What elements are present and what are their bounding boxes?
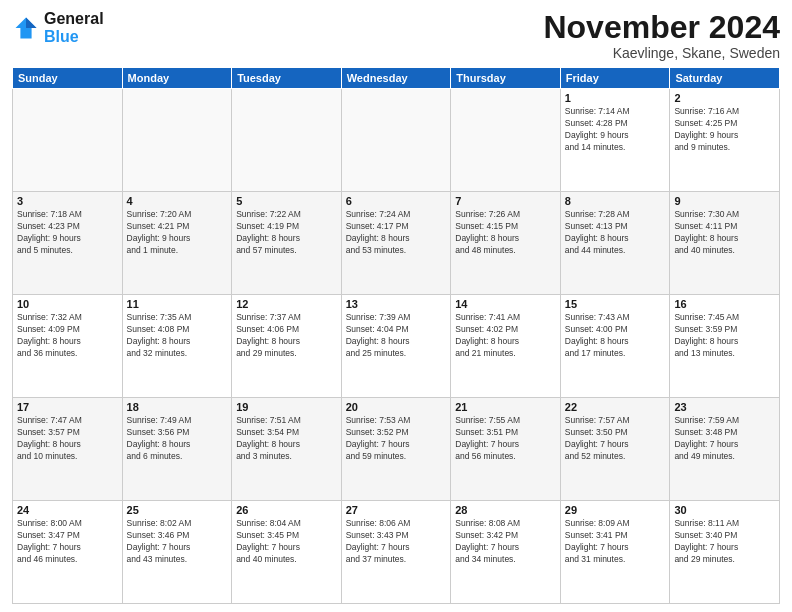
day-detail: Sunrise: 7:35 AM Sunset: 4:08 PM Dayligh… [127, 312, 228, 360]
calendar-cell: 4Sunrise: 7:20 AM Sunset: 4:21 PM Daylig… [122, 192, 232, 295]
calendar-cell: 20Sunrise: 7:53 AM Sunset: 3:52 PM Dayli… [341, 398, 451, 501]
calendar-week-4: 17Sunrise: 7:47 AM Sunset: 3:57 PM Dayli… [13, 398, 780, 501]
day-detail: Sunrise: 7:32 AM Sunset: 4:09 PM Dayligh… [17, 312, 118, 360]
calendar-cell: 29Sunrise: 8:09 AM Sunset: 3:41 PM Dayli… [560, 501, 670, 604]
day-number: 2 [674, 92, 775, 104]
day-detail: Sunrise: 7:24 AM Sunset: 4:17 PM Dayligh… [346, 209, 447, 257]
calendar-cell [122, 89, 232, 192]
location: Kaevlinge, Skane, Sweden [543, 45, 780, 61]
day-number: 12 [236, 298, 337, 310]
calendar-cell: 3Sunrise: 7:18 AM Sunset: 4:23 PM Daylig… [13, 192, 123, 295]
day-number: 6 [346, 195, 447, 207]
col-friday: Friday [560, 68, 670, 89]
day-number: 1 [565, 92, 666, 104]
calendar-cell: 5Sunrise: 7:22 AM Sunset: 4:19 PM Daylig… [232, 192, 342, 295]
day-detail: Sunrise: 7:16 AM Sunset: 4:25 PM Dayligh… [674, 106, 775, 154]
day-detail: Sunrise: 8:08 AM Sunset: 3:42 PM Dayligh… [455, 518, 556, 566]
day-number: 10 [17, 298, 118, 310]
day-detail: Sunrise: 8:02 AM Sunset: 3:46 PM Dayligh… [127, 518, 228, 566]
calendar-cell: 23Sunrise: 7:59 AM Sunset: 3:48 PM Dayli… [670, 398, 780, 501]
day-number: 4 [127, 195, 228, 207]
day-detail: Sunrise: 7:43 AM Sunset: 4:00 PM Dayligh… [565, 312, 666, 360]
day-detail: Sunrise: 7:57 AM Sunset: 3:50 PM Dayligh… [565, 415, 666, 463]
calendar-week-1: 1Sunrise: 7:14 AM Sunset: 4:28 PM Daylig… [13, 89, 780, 192]
col-thursday: Thursday [451, 68, 561, 89]
calendar-cell: 21Sunrise: 7:55 AM Sunset: 3:51 PM Dayli… [451, 398, 561, 501]
day-number: 22 [565, 401, 666, 413]
day-number: 28 [455, 504, 556, 516]
day-number: 20 [346, 401, 447, 413]
day-number: 19 [236, 401, 337, 413]
day-detail: Sunrise: 7:20 AM Sunset: 4:21 PM Dayligh… [127, 209, 228, 257]
day-number: 9 [674, 195, 775, 207]
calendar-cell: 22Sunrise: 7:57 AM Sunset: 3:50 PM Dayli… [560, 398, 670, 501]
col-sunday: Sunday [13, 68, 123, 89]
day-detail: Sunrise: 7:37 AM Sunset: 4:06 PM Dayligh… [236, 312, 337, 360]
calendar-cell: 14Sunrise: 7:41 AM Sunset: 4:02 PM Dayli… [451, 295, 561, 398]
day-detail: Sunrise: 7:45 AM Sunset: 3:59 PM Dayligh… [674, 312, 775, 360]
calendar-cell: 8Sunrise: 7:28 AM Sunset: 4:13 PM Daylig… [560, 192, 670, 295]
day-number: 24 [17, 504, 118, 516]
day-detail: Sunrise: 8:09 AM Sunset: 3:41 PM Dayligh… [565, 518, 666, 566]
day-detail: Sunrise: 7:14 AM Sunset: 4:28 PM Dayligh… [565, 106, 666, 154]
day-number: 30 [674, 504, 775, 516]
col-wednesday: Wednesday [341, 68, 451, 89]
day-number: 13 [346, 298, 447, 310]
calendar-cell: 9Sunrise: 7:30 AM Sunset: 4:11 PM Daylig… [670, 192, 780, 295]
calendar-cell: 1Sunrise: 7:14 AM Sunset: 4:28 PM Daylig… [560, 89, 670, 192]
calendar-cell [341, 89, 451, 192]
day-detail: Sunrise: 7:22 AM Sunset: 4:19 PM Dayligh… [236, 209, 337, 257]
svg-marker-1 [26, 18, 37, 29]
day-detail: Sunrise: 7:51 AM Sunset: 3:54 PM Dayligh… [236, 415, 337, 463]
day-detail: Sunrise: 7:59 AM Sunset: 3:48 PM Dayligh… [674, 415, 775, 463]
logo-icon [12, 14, 40, 42]
day-detail: Sunrise: 7:30 AM Sunset: 4:11 PM Dayligh… [674, 209, 775, 257]
day-detail: Sunrise: 7:53 AM Sunset: 3:52 PM Dayligh… [346, 415, 447, 463]
page: General Blue November 2024 Kaevlinge, Sk… [0, 0, 792, 612]
day-number: 16 [674, 298, 775, 310]
day-number: 8 [565, 195, 666, 207]
day-detail: Sunrise: 7:47 AM Sunset: 3:57 PM Dayligh… [17, 415, 118, 463]
calendar-cell: 15Sunrise: 7:43 AM Sunset: 4:00 PM Dayli… [560, 295, 670, 398]
day-detail: Sunrise: 8:04 AM Sunset: 3:45 PM Dayligh… [236, 518, 337, 566]
day-number: 14 [455, 298, 556, 310]
day-number: 17 [17, 401, 118, 413]
calendar-cell: 24Sunrise: 8:00 AM Sunset: 3:47 PM Dayli… [13, 501, 123, 604]
calendar-week-2: 3Sunrise: 7:18 AM Sunset: 4:23 PM Daylig… [13, 192, 780, 295]
day-detail: Sunrise: 7:18 AM Sunset: 4:23 PM Dayligh… [17, 209, 118, 257]
day-number: 23 [674, 401, 775, 413]
day-number: 15 [565, 298, 666, 310]
calendar-cell: 11Sunrise: 7:35 AM Sunset: 4:08 PM Dayli… [122, 295, 232, 398]
calendar-cell: 30Sunrise: 8:11 AM Sunset: 3:40 PM Dayli… [670, 501, 780, 604]
day-number: 29 [565, 504, 666, 516]
calendar-table: Sunday Monday Tuesday Wednesday Thursday… [12, 67, 780, 604]
day-detail: Sunrise: 7:28 AM Sunset: 4:13 PM Dayligh… [565, 209, 666, 257]
col-tuesday: Tuesday [232, 68, 342, 89]
calendar-cell [13, 89, 123, 192]
calendar-cell: 18Sunrise: 7:49 AM Sunset: 3:56 PM Dayli… [122, 398, 232, 501]
calendar-cell: 25Sunrise: 8:02 AM Sunset: 3:46 PM Dayli… [122, 501, 232, 604]
month-title: November 2024 [543, 10, 780, 45]
day-detail: Sunrise: 8:06 AM Sunset: 3:43 PM Dayligh… [346, 518, 447, 566]
calendar-cell: 27Sunrise: 8:06 AM Sunset: 3:43 PM Dayli… [341, 501, 451, 604]
calendar-cell [451, 89, 561, 192]
day-detail: Sunrise: 7:55 AM Sunset: 3:51 PM Dayligh… [455, 415, 556, 463]
day-detail: Sunrise: 8:00 AM Sunset: 3:47 PM Dayligh… [17, 518, 118, 566]
day-detail: Sunrise: 7:39 AM Sunset: 4:04 PM Dayligh… [346, 312, 447, 360]
logo: General Blue [12, 10, 104, 46]
calendar-header-row: Sunday Monday Tuesday Wednesday Thursday… [13, 68, 780, 89]
calendar-cell [232, 89, 342, 192]
calendar-week-5: 24Sunrise: 8:00 AM Sunset: 3:47 PM Dayli… [13, 501, 780, 604]
day-number: 18 [127, 401, 228, 413]
calendar-cell: 2Sunrise: 7:16 AM Sunset: 4:25 PM Daylig… [670, 89, 780, 192]
calendar-cell: 10Sunrise: 7:32 AM Sunset: 4:09 PM Dayli… [13, 295, 123, 398]
calendar-cell: 17Sunrise: 7:47 AM Sunset: 3:57 PM Dayli… [13, 398, 123, 501]
calendar-cell: 12Sunrise: 7:37 AM Sunset: 4:06 PM Dayli… [232, 295, 342, 398]
calendar-cell: 6Sunrise: 7:24 AM Sunset: 4:17 PM Daylig… [341, 192, 451, 295]
day-number: 26 [236, 504, 337, 516]
day-number: 7 [455, 195, 556, 207]
day-number: 3 [17, 195, 118, 207]
calendar-week-3: 10Sunrise: 7:32 AM Sunset: 4:09 PM Dayli… [13, 295, 780, 398]
day-detail: Sunrise: 7:26 AM Sunset: 4:15 PM Dayligh… [455, 209, 556, 257]
day-number: 27 [346, 504, 447, 516]
